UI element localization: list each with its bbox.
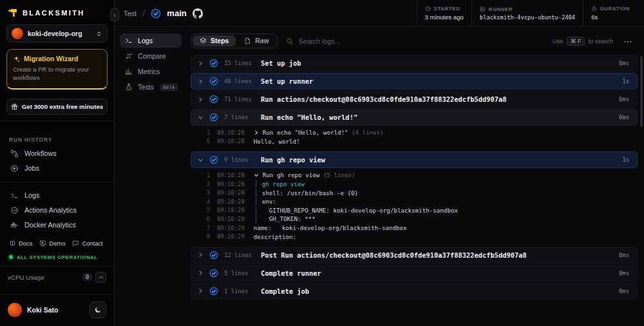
run-body: Logs Compare Metrics Tests BETA — [115, 27, 644, 326]
terminal-icon — [125, 37, 133, 44]
step-success-icon — [209, 95, 218, 104]
log-text: shell: /usr/bin/bash -e {0} — [256, 189, 358, 197]
stat-started-label-row: STARTED — [425, 6, 464, 12]
log-timestamp: 09:10:28 — [217, 216, 245, 222]
migration-wizard-card[interactable]: Migration Wizard Create a PR to migrate … — [6, 49, 108, 90]
brand-logo[interactable]: BLACKSMITH — [6, 6, 108, 24]
branch-name: main — [167, 8, 186, 18]
log-line[interactable]: 609:10:28Hello, world! — [191, 137, 638, 146]
log-line[interactable]: 109:10:28Run gh repo view (5 lines) — [191, 171, 638, 180]
stat-duration-value: 6s — [591, 14, 630, 21]
step-line-count: 40 lines — [224, 78, 255, 84]
log-timestamp: 09:10:28 — [217, 207, 245, 213]
log-line-number: 3 — [191, 189, 210, 196]
log-text: GITHUB_REPO_NAME: koki-develop-org/black… — [256, 207, 458, 214]
view-mode-switch: Steps Raw — [191, 34, 278, 48]
tab-tests[interactable]: Tests BETA — [120, 80, 182, 94]
vcpu-meter-button[interactable] — [95, 272, 106, 283]
more-options-button[interactable]: ⋯ — [621, 37, 635, 46]
log-timestamp: 09:10:28 — [217, 172, 245, 178]
log-timestamp: 09:10:28 — [217, 181, 245, 187]
theme-toggle-button[interactable] — [90, 302, 106, 318]
tab-compare[interactable]: Compare — [120, 49, 182, 63]
chevron-right-icon — [198, 252, 204, 258]
system-status[interactable]: ALL SYSTEMS OPERATIONAL — [9, 254, 105, 260]
hint-rest: to search — [588, 37, 613, 44]
scrollbar[interactable] — [640, 56, 643, 127]
log-line[interactable]: 809:10:29description: — [191, 232, 638, 241]
workflow-name[interactable]: Test — [124, 10, 137, 17]
stat-duration: DURATION 6s — [583, 0, 644, 26]
step-block: 1 linesComplete job0ms — [191, 283, 638, 300]
step-row[interactable]: 9 linesRun gh repo view1s — [191, 151, 638, 168]
step-line-count: 12 lines — [224, 252, 255, 258]
user-account-row[interactable]: Koki Sato — [0, 294, 114, 326]
sidebar-item-actions-analytics[interactable]: Actions Analytics — [6, 203, 108, 218]
log-line[interactable]: 509:10:28 GITHUB_REPO_NAME: koki-develop… — [191, 206, 638, 215]
sidebar-item-label: Actions Analytics — [24, 206, 77, 214]
demo-link[interactable]: Demo — [37, 238, 68, 249]
step-row[interactable]: 15 linesSet up job0ms — [191, 55, 638, 72]
org-selector[interactable]: koki-develop-org — [6, 24, 108, 43]
log-line[interactable]: 109:10:28Run echo "Hello, world!" (4 lin… — [191, 128, 638, 137]
stat-duration-label-row: DURATION — [591, 6, 630, 12]
log-line[interactable]: 609:10:28 GH_TOKEN: *** — [191, 215, 638, 224]
stat-runner-value: blacksmith-4vcpu-ubuntu-2404 — [480, 14, 575, 21]
search-input[interactable] — [299, 37, 545, 45]
chat-bubble-icon — [72, 240, 79, 247]
step-row[interactable]: 71 linesRun actions/checkout@08c6903cd8c… — [191, 91, 638, 108]
log-line[interactable]: 309:10:28shell: /usr/bin/bash -e {0} — [191, 188, 638, 197]
tab-metrics[interactable]: Metrics — [120, 64, 182, 79]
raw-view-tab[interactable]: Raw — [237, 35, 276, 46]
user-avatar — [8, 303, 22, 317]
sidebar-collapse-button[interactable]: ‹ — [110, 8, 119, 21]
step-row[interactable]: 40 linesSet up runner1s — [191, 73, 638, 90]
sidebar-item-logs[interactable]: Logs — [6, 188, 108, 203]
log-text-content: name: koki-develop-org/blacksmith-sandbo… — [254, 224, 407, 231]
tab-logs[interactable]: Logs — [120, 34, 182, 48]
free-minutes-button[interactable]: Get 3000 extra free minutes — [6, 99, 108, 115]
step-success-icon — [209, 287, 218, 296]
step-name: Run gh repo view — [261, 156, 616, 164]
log-line[interactable]: 709:10:29name: koki-develop-org/blacksmi… — [191, 224, 638, 233]
run-title: Test / main — [115, 0, 417, 26]
step-row[interactable]: 1 linesComplete job0ms — [191, 283, 638, 300]
search-shortcut-hint: Use ⌘ F to search — [553, 37, 613, 46]
log-line[interactable]: 409:10:28env: — [191, 197, 638, 206]
sidebar-item-docker-analytics[interactable]: Docker Analytics — [6, 218, 108, 233]
step-success-icon — [209, 77, 218, 86]
log-text-content: env: — [262, 198, 276, 205]
step-row[interactable]: 7 linesRun echo "Hello, world!"0ms — [191, 109, 638, 126]
step-row[interactable]: 12 linesPost Run actions/checkout@08c690… — [191, 247, 638, 264]
step-duration: 1s — [622, 78, 629, 84]
docs-link[interactable]: Docs — [6, 238, 35, 249]
log-group-collapsed-icon[interactable] — [254, 130, 259, 135]
log-line-number: 4 — [191, 198, 210, 205]
log-text: GH_TOKEN: *** — [256, 215, 316, 222]
log-text-content: GITHUB_REPO_NAME: koki-develop-org/black… — [262, 207, 458, 214]
sidebar-item-workflows[interactable]: Workflows — [6, 146, 108, 161]
step-block: 5 linesComplete runner0ms — [191, 265, 638, 282]
log-text-content: Hello, world! — [254, 138, 300, 145]
step-duration: 0ms — [619, 114, 629, 120]
step-log: 109:10:28Run echo "Hello, world!" (4 lin… — [191, 126, 638, 150]
step-block: 7 linesRun echo "Hello, world!"0ms109:10… — [191, 109, 638, 150]
moon-icon — [94, 306, 102, 314]
log-text: Hello, world! — [254, 138, 300, 145]
log-line-number: 1 — [191, 172, 210, 178]
log-group-expanded-icon[interactable] — [254, 173, 259, 178]
breadcrumb-slash: / — [142, 8, 146, 19]
sidebar: BLACKSMITH koki-develop-org Migration Wi… — [0, 0, 115, 326]
github-icon[interactable] — [193, 8, 203, 19]
steps-view-tab[interactable]: Steps — [193, 35, 236, 46]
step-log: 109:10:28Run gh repo view (5 lines)209:1… — [191, 168, 638, 245]
terminal-icon — [10, 191, 19, 200]
log-line[interactable]: 209:10:28gh repo view — [191, 180, 638, 189]
sidebar-item-jobs[interactable]: Jobs — [6, 161, 108, 176]
log-text: env: — [256, 198, 276, 205]
contact-link[interactable]: Contact — [70, 238, 105, 249]
steps-tab-label: Steps — [211, 37, 229, 44]
log-line-number: 2 — [191, 181, 210, 187]
step-success-icon — [209, 269, 218, 278]
step-row[interactable]: 5 linesComplete runner0ms — [191, 265, 638, 282]
